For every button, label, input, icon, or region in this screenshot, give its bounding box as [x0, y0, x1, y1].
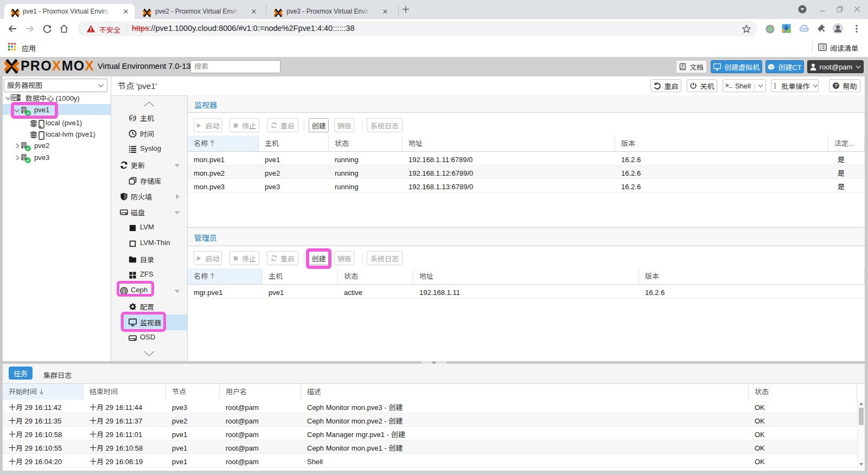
svg-text:?: ?	[835, 83, 838, 88]
svg-text:1000y: 1000y	[801, 28, 808, 30]
